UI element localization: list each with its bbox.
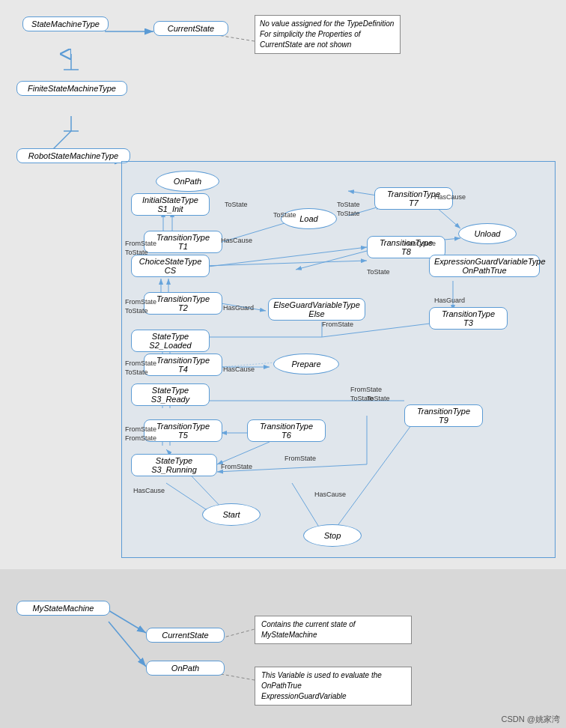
to-state-label-2: ToState: [273, 211, 296, 219]
bottom-note1: Contains the current state of MyStateMac…: [255, 616, 412, 644]
s3ready-line2: S3_Ready: [151, 395, 189, 404]
current-state-bottom-box: CurrentState: [146, 628, 225, 643]
s2-line2: S2_Loaded: [149, 341, 191, 350]
has-guard-label-1: HasGuard: [223, 304, 254, 312]
transition-t9-box: TransitionType T9: [404, 404, 483, 427]
svg-line-49: [221, 629, 255, 638]
from-state-label-4: FromState: [125, 425, 156, 433]
unload-ellipse: Unload: [458, 223, 517, 244]
s3ready-line1: StateType: [152, 386, 189, 395]
has-cause-stop: HasCause: [314, 491, 346, 498]
state-machine-type-box: StateMachineType: [22, 16, 109, 31]
note-line1: No value assigned for the TypeDefinition: [260, 19, 394, 28]
t3-line1: TransitionType: [442, 309, 495, 318]
start-ellipse: Start: [202, 503, 261, 526]
t3-line2: T3: [463, 318, 473, 327]
finite-state-machine-type-label: FiniteStateMachineType: [28, 84, 116, 93]
stop-ellipse: Stop: [303, 524, 362, 547]
to-state-label-1: ToState: [225, 201, 248, 208]
choice-line1: ChoiceStateType: [139, 257, 202, 266]
t9-line2: T9: [439, 416, 448, 425]
has-cause-label-2: HasCause: [434, 193, 466, 201]
robot-state-machine-type-label: RobotStateMachineType: [28, 151, 118, 160]
my-state-machine-box: MyStateMachine: [16, 601, 110, 616]
state-s2-box: StateType S2_Loaded: [131, 330, 210, 352]
to-state-t9: ToState: [350, 395, 374, 402]
has-cause-label-3: HasCause: [404, 240, 436, 247]
t2-line2: T2: [178, 303, 188, 312]
from-state-label-5: FromState: [125, 434, 156, 442]
has-cause-label-1: HasCause: [221, 237, 252, 244]
s3running-line1: StateType: [156, 456, 192, 465]
stop-label: Stop: [324, 531, 341, 540]
note-line2: For simplicity the Properties of: [260, 30, 361, 38]
state-s3-ready-box: StateType S3_Ready: [131, 383, 210, 406]
t7-line1: TransitionType: [387, 189, 440, 198]
transition-t3-box: TransitionType T3: [429, 307, 508, 330]
bottom-note2-line1: This Variable is used to evaluate the On…: [261, 671, 382, 690]
onpath-top-ellipse: OnPath: [156, 171, 219, 192]
to-state-t7: ToState: [337, 201, 360, 208]
current-state-bottom-label: CurrentState: [162, 631, 208, 640]
onpath-bottom-box: OnPath: [146, 661, 225, 676]
t4-line2: T4: [178, 365, 188, 374]
to-state-label-5: ToState: [125, 368, 148, 376]
initial-state-type-box: InitialStateType S1_Init: [131, 193, 210, 216]
from-state-else: FromState: [322, 321, 353, 328]
choice-line2: CS: [165, 266, 176, 275]
prepare-label: Prepare: [291, 360, 320, 368]
finite-state-machine-type-box: FiniteStateMachineType: [16, 81, 127, 96]
s1-init-label: S1_Init: [157, 204, 183, 213]
bottom-note2-line2: ExpressionGuardVariable: [261, 692, 347, 700]
diagram-area: StateMachineType CurrentState No value a…: [0, 0, 566, 569]
note-box: No value assigned for the TypeDefinition…: [255, 15, 401, 54]
from-state-label-1: FromState: [125, 240, 156, 247]
t6-line1: TransitionType: [260, 422, 313, 431]
from-state-label-6: FromState: [221, 463, 252, 470]
note-line3: CurrentState are not shown: [260, 40, 351, 49]
t1-line1: TransitionType: [156, 233, 210, 242]
transition-t6-box: TransitionType T6: [247, 419, 326, 442]
svg-line-48: [109, 622, 146, 667]
t7-line2: T7: [409, 198, 419, 207]
else-guard-box: ElseGuardVariableType Else: [268, 298, 365, 321]
choice-state-type-box: ChoiceStateType CS: [131, 255, 210, 277]
t5-line1: TransitionType: [156, 422, 210, 431]
bottom-area: MyStateMachine CurrentState OnPath Conta…: [0, 569, 566, 728]
s3running-line2: S3_Running: [151, 465, 197, 474]
to-state-t7b: ToState: [337, 210, 360, 217]
else-guard-line1: ElseGuardVariableType: [273, 300, 360, 309]
start-label: Start: [222, 510, 240, 519]
to-state-label-3: ToState: [125, 249, 148, 256]
prepare-ellipse: Prepare: [273, 354, 339, 374]
to-state-label-4: ToState: [125, 307, 148, 315]
robot-state-machine-type-box: RobotStateMachineType: [16, 148, 130, 163]
bottom-note2: This Variable is used to evaluate the On…: [255, 667, 412, 706]
from-state-t8: ToState: [367, 268, 390, 276]
current-state-box-top: CurrentState: [153, 21, 228, 36]
has-cause-label-4: HasCause: [223, 365, 255, 373]
from-state-t6: FromState: [284, 455, 316, 462]
t5-line2: T5: [178, 431, 188, 440]
state-s3-running-box: StateType S3_Running: [131, 454, 217, 476]
load-label: Load: [299, 214, 317, 223]
my-state-machine-label: MyStateMachine: [33, 604, 94, 613]
state-machine-type-label: StateMachineType: [31, 19, 100, 28]
else-guard-line2: Else: [308, 309, 324, 318]
onpath-bottom-label: OnPath: [171, 664, 199, 673]
from-state-label-2: FromState: [125, 298, 156, 306]
s2-line1: StateType: [152, 332, 189, 341]
t4-line1: TransitionType: [156, 356, 210, 365]
svg-line-50: [221, 674, 255, 680]
bottom-note1-text: Contains the current state of MyStateMac…: [261, 620, 356, 639]
expression-guard-line1: ExpressionGuardVariableType: [434, 257, 546, 266]
from-state-t9a: FromState: [350, 386, 382, 393]
t6-line2: T6: [282, 431, 291, 440]
from-state-label-3: FromState: [125, 360, 156, 367]
has-guard-label-2: HasGuard: [434, 297, 465, 304]
onpath-top-label: OnPath: [174, 177, 201, 186]
t2-line1: TransitionType: [156, 294, 210, 303]
svg-line-47: [109, 610, 146, 633]
watermark: CSDN @姚家湾: [502, 714, 560, 725]
unload-label: Unload: [475, 229, 501, 238]
